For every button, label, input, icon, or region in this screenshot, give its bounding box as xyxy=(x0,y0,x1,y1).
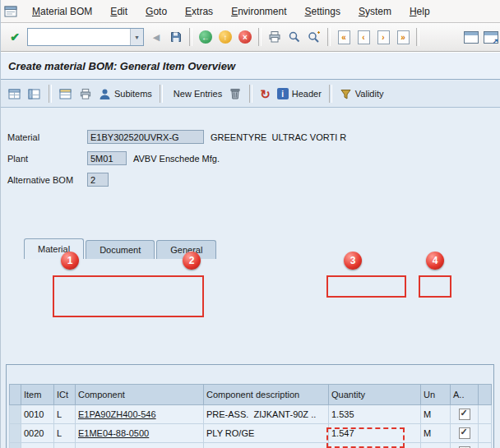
toolbar-separator xyxy=(258,28,262,46)
material-row: Material E1BY302520UVRX-G GREENTYRE ULTR… xyxy=(7,129,346,145)
menu-environment[interactable]: Environment xyxy=(228,4,289,19)
annotation-box-ict-component xyxy=(53,275,204,317)
empty-cell xyxy=(479,424,492,443)
exit-button[interactable]: ↑ xyxy=(215,27,235,47)
toolbar-separator xyxy=(416,28,419,46)
title-bar: Create material BOM: General Item Overvi… xyxy=(1,52,500,80)
menu-goto[interactable]: Goto xyxy=(142,4,170,19)
ict-cell: L xyxy=(54,405,76,424)
refresh-button[interactable]: ↻ xyxy=(257,84,273,104)
prev-page-icon: ‹ xyxy=(358,30,370,44)
table-header-row: Item ICt Component Component description… xyxy=(10,385,492,405)
first-page-icon: « xyxy=(338,30,350,44)
alternative-bom-row: Alternative BOM 2 xyxy=(7,172,109,187)
menu-extras[interactable]: Extras xyxy=(182,4,216,19)
annotation-box-quantity-header xyxy=(326,275,406,298)
col-header-quantity[interactable]: Quantity xyxy=(329,385,421,405)
window-icon[interactable] xyxy=(4,5,19,18)
enter-button[interactable]: ✔ xyxy=(5,27,25,47)
collapse-left-icon: ◀ xyxy=(153,32,160,43)
find-next-button[interactable] xyxy=(304,27,324,47)
description-cell: PLY RO/GE xyxy=(204,424,329,443)
menu-edit[interactable]: Edit xyxy=(107,4,131,19)
material-field[interactable]: E1BY302520UVRX-G xyxy=(87,130,204,144)
col-header-description[interactable]: Component description xyxy=(204,385,329,405)
assembly-checkbox[interactable] xyxy=(459,427,470,439)
command-input[interactable] xyxy=(28,30,130,44)
create-shortcut-button[interactable]: ↗ xyxy=(481,27,500,47)
ict-cell: L xyxy=(54,443,76,448)
assembly-checkbox[interactable] xyxy=(459,409,470,420)
select-all-header[interactable] xyxy=(10,385,21,405)
tab-document[interactable]: Document xyxy=(86,240,155,259)
hide-command-field-button[interactable]: ◀ xyxy=(146,27,166,47)
subitems-button[interactable]: Subitems xyxy=(96,84,155,104)
ict-cell: L xyxy=(54,424,76,443)
item-cell: 0020 xyxy=(21,424,54,443)
table-deselect-all-icon xyxy=(28,88,41,100)
command-field[interactable]: ▼ xyxy=(27,28,144,46)
cancel-button[interactable]: × xyxy=(235,27,255,47)
menu-material-bom[interactable]: Material BOM xyxy=(29,4,95,19)
table-row: 0030 L E1ME04-88-0440 PLY RO/GE 1.557 M xyxy=(10,443,492,448)
back-button[interactable]: ← xyxy=(196,27,215,47)
header-button[interactable]: i Header xyxy=(275,84,324,104)
menu-system[interactable]: System xyxy=(355,4,395,19)
unit-cell: M xyxy=(421,405,451,424)
validity-button[interactable]: Validity xyxy=(337,84,387,104)
table-row: 0020 L E1ME04-88-0500 PLY RO/GE 1.547 M xyxy=(10,424,492,443)
toolbar-separator xyxy=(249,85,252,103)
alternative-bom-field[interactable]: 2 xyxy=(87,173,109,187)
person-icon xyxy=(99,88,111,100)
find-next-icon xyxy=(308,30,321,44)
cancel-x-icon: × xyxy=(238,30,252,44)
subitems-label: Subitems xyxy=(114,89,152,99)
new-entries-button[interactable]: New Entries xyxy=(168,84,225,104)
prev-page-button[interactable]: ‹ xyxy=(354,27,373,47)
print-button[interactable] xyxy=(265,27,285,47)
print-item-button[interactable] xyxy=(76,84,95,104)
annotation-box-quantity-value xyxy=(326,427,405,448)
row-selector[interactable] xyxy=(10,424,21,443)
annotation-marker-3: 3 xyxy=(344,252,362,270)
printer-icon xyxy=(79,88,92,100)
col-header-ict[interactable]: ICt xyxy=(54,385,76,405)
save-button[interactable] xyxy=(166,27,186,47)
col-header-component[interactable]: Component xyxy=(76,385,204,405)
plant-description: AVBV Enschede Mfg. xyxy=(133,154,220,164)
col-header-assembly[interactable]: A.. xyxy=(451,385,479,405)
new-session-button[interactable] xyxy=(461,27,481,47)
validity-label: Validity xyxy=(355,89,384,99)
delete-button[interactable] xyxy=(226,84,244,104)
component-link[interactable]: E1PA90ZH400-546 xyxy=(78,409,156,419)
command-dropdown-icon[interactable]: ▼ xyxy=(130,29,143,45)
toolbar-separator xyxy=(329,85,332,103)
deselect-all-button[interactable] xyxy=(25,84,44,104)
row-selector[interactable] xyxy=(10,443,21,448)
last-page-button[interactable]: » xyxy=(393,27,413,47)
item-details-button[interactable] xyxy=(57,84,75,104)
col-header-unit[interactable]: Un xyxy=(421,385,451,405)
plant-field[interactable]: 5M01 xyxy=(87,151,127,165)
material-label: Material xyxy=(7,132,87,142)
col-header-item[interactable]: Item xyxy=(21,385,54,405)
annotation-marker-4: 4 xyxy=(426,252,444,270)
description-cell: PRE-ASS. ZIJKANT-90Z .. xyxy=(204,405,329,424)
menu-bar: Material BOM Edit Goto Extras Environmen… xyxy=(1,0,500,23)
menu-settings[interactable]: Settings xyxy=(302,4,344,19)
quantity-cell[interactable]: 1.535 xyxy=(329,405,421,424)
next-page-button[interactable]: › xyxy=(373,27,393,47)
select-all-button[interactable] xyxy=(6,84,24,104)
item-overview-panel: Item ICt Component Component description… xyxy=(6,364,494,448)
find-button[interactable] xyxy=(285,27,304,47)
row-selector[interactable] xyxy=(10,405,21,424)
menu-help[interactable]: Help xyxy=(406,4,433,19)
first-page-button[interactable]: « xyxy=(334,27,354,47)
new-entries-label: New Entries xyxy=(174,89,222,99)
sap-window: Material BOM Edit Goto Extras Environmen… xyxy=(0,0,500,448)
refresh-icon: ↻ xyxy=(260,88,271,100)
component-link[interactable]: E1ME04-88-0500 xyxy=(78,428,149,438)
last-page-icon: » xyxy=(397,30,410,44)
standard-toolbar: ✔ ▼ ◀ ← ↑ × xyxy=(1,23,500,52)
annotation-marker-2: 2 xyxy=(183,252,201,270)
